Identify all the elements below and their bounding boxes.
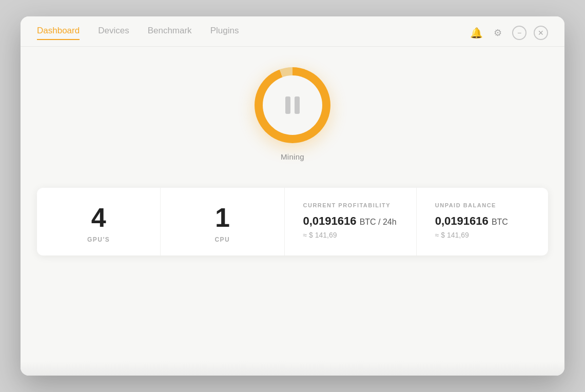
pause-icon (285, 96, 300, 114)
balance-title: UNPAID BALANCE (435, 202, 496, 208)
profitability-btc: 0,0191616 BTC / 24h (303, 214, 397, 228)
app-window: Dashboard Devices Benchmark Plugins 🔔 ⚙ … (21, 16, 564, 376)
profitability-title: CURRENT PROFITABILITY (303, 202, 391, 208)
cpu-stat-cell: 1 CPU (161, 188, 284, 256)
gear-icon[interactable]: ⚙ (491, 26, 505, 40)
minimize-button[interactable]: − (512, 26, 526, 40)
cpu-label: CPU (215, 236, 230, 243)
pause-bar-right (295, 96, 300, 114)
gpu-label: GPU'S (87, 236, 110, 243)
balance-btc: 0,0191616 BTC (435, 214, 508, 228)
nav-tabs: Dashboard Devices Benchmark Plugins (37, 26, 239, 40)
main-content: Mining 4 GPU'S 1 CPU CURRENT PROFITABILI… (21, 47, 564, 361)
balance-cell: UNPAID BALANCE 0,0191616 BTC ≈ $ 141,69 (417, 188, 548, 256)
mining-circle-inner (263, 75, 322, 135)
mining-label: Mining (281, 152, 304, 161)
pause-bar-left (285, 96, 290, 114)
profitability-cell: CURRENT PROFITABILITY 0,0191616 BTC / 24… (285, 188, 417, 256)
cpu-count: 1 (215, 204, 230, 231)
close-button[interactable]: ✕ (534, 26, 548, 40)
gpu-stat-cell: 4 GPU'S (37, 188, 161, 256)
mining-toggle-button[interactable] (255, 67, 330, 143)
profitability-usd: ≈ $ 141,69 (303, 231, 337, 239)
gpu-count: 4 (91, 204, 106, 231)
tab-benchmark[interactable]: Benchmark (148, 26, 192, 40)
mining-button-area: Mining (255, 67, 330, 161)
window-controls: 🔔 ⚙ − ✕ (469, 26, 548, 40)
tab-plugins[interactable]: Plugins (210, 26, 239, 40)
stats-row: 4 GPU'S 1 CPU CURRENT PROFITABILITY 0,01… (37, 188, 548, 256)
bell-icon[interactable]: 🔔 (469, 26, 483, 40)
bottom-fade (21, 361, 564, 376)
tab-devices[interactable]: Devices (98, 26, 129, 40)
balance-usd: ≈ $ 141,69 (435, 231, 469, 239)
titlebar: Dashboard Devices Benchmark Plugins 🔔 ⚙ … (21, 16, 564, 40)
tab-dashboard[interactable]: Dashboard (37, 26, 80, 40)
